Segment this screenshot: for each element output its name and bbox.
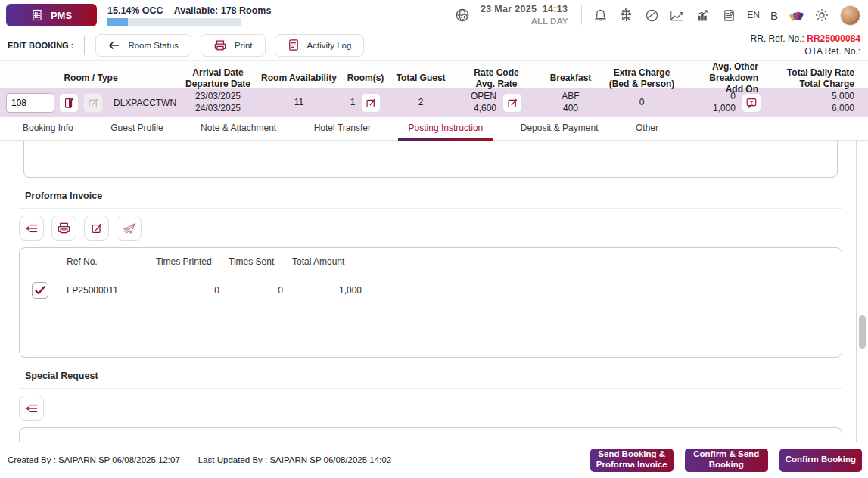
- proforma-ref-no: FP25000011: [67, 285, 147, 296]
- tab-guest-profile[interactable]: Guest Profile: [110, 123, 163, 140]
- proforma-times-sent: 0: [229, 285, 283, 296]
- bar-chart-icon[interactable]: [695, 8, 711, 23]
- print-button[interactable]: Print: [201, 34, 266, 57]
- proforma-edit-icon-button[interactable]: [84, 216, 109, 241]
- reference-numbers: RR. Ref. No.: RR25000084 OTA Ref. No.:: [751, 33, 860, 57]
- back-arrow-icon: [108, 40, 120, 51]
- edit-rooms-icon-button[interactable]: [361, 93, 381, 113]
- occupancy-progress-bar: [107, 18, 241, 26]
- stay-dates: 23/03/202524/03/2025: [182, 91, 254, 114]
- top-header: PMS 15.14% OCC Available: 178 Rooms 23 M…: [0, 0, 868, 30]
- ai-network-icon[interactable]: [618, 8, 633, 23]
- room-status-button[interactable]: Room Status: [95, 34, 191, 57]
- booking-tabs: Booking Info Guest Profile Note & Attach…: [0, 117, 868, 141]
- breakfast-value: ABF400: [539, 91, 602, 114]
- edit-rate-icon-button[interactable]: [502, 93, 522, 113]
- tab-booking-info[interactable]: Booking Info: [23, 123, 73, 140]
- proforma-print-icon-button[interactable]: [51, 216, 76, 241]
- edit-booking-toolbar: EDIT BOOKING : Room Status Print Activit…: [0, 30, 868, 61]
- booking-row: DLXPACCTWN 23/03/202524/03/2025 11 1 2 O…: [0, 88, 868, 117]
- user-avatar[interactable]: [840, 5, 860, 26]
- tab-hotel-transfer[interactable]: Hotel Transfer: [314, 123, 371, 140]
- edit-booking-label: EDIT BOOKING :: [8, 41, 73, 50]
- proforma-action-bar: [19, 216, 842, 241]
- occupancy-percent: 15.14% OCC: [107, 5, 163, 16]
- last-updated-text: Last Updated By : SAIPARN SP 06/08/2025 …: [198, 455, 391, 464]
- edit-room-icon-button-disabled: [83, 93, 103, 113]
- proforma-send-icon-button[interactable]: [117, 216, 142, 241]
- room-availability-value: 11: [254, 97, 344, 109]
- avg-other-breakdown-values: 01,000: [713, 91, 736, 114]
- report-icon[interactable]: [721, 8, 736, 23]
- proforma-total-amount: 1,000: [292, 285, 362, 296]
- ota-ref-label: OTA Ref. No.:: [751, 45, 860, 57]
- total-guest-value: 2: [387, 97, 454, 109]
- language-selector[interactable]: EN: [747, 10, 760, 20]
- header-divider: [581, 5, 582, 25]
- room-number-input[interactable]: [6, 93, 54, 113]
- special-request-table: Transaction Remark: [19, 427, 842, 442]
- line-chart-icon[interactable]: [670, 8, 685, 23]
- activity-log-icon: [288, 39, 300, 51]
- proforma-row-checkbox[interactable]: [32, 282, 48, 299]
- col-ref-no: Ref No.: [67, 256, 147, 267]
- tab-posting-instruction[interactable]: Posting Instruction: [409, 123, 484, 140]
- proforma-list-icon-button[interactable]: [19, 216, 44, 241]
- globe-icon[interactable]: [455, 8, 470, 23]
- datetime-display: 23 Mar 2025 14:13 ALL DAY: [481, 4, 568, 26]
- settings-gear-icon[interactable]: [814, 8, 829, 23]
- created-by-text: Created By : SAIPARN SP 06/08/2025 12:07: [8, 455, 180, 464]
- total-rate-values: 5,0006,000: [772, 91, 868, 114]
- all-day-label: ALL DAY: [481, 16, 568, 26]
- section-divider: [19, 208, 842, 209]
- scrollbar-thumb[interactable]: [859, 315, 866, 349]
- vertical-scrollbar[interactable]: [857, 141, 868, 442]
- proforma-row: FP25000011 0 0 1,000: [20, 275, 842, 306]
- special-request-title: Special Request: [25, 371, 842, 381]
- activity-log-button[interactable]: Activity Log: [275, 34, 365, 57]
- special-request-action-bar: [19, 396, 842, 421]
- proforma-invoice-title: Proforma Invoice: [25, 191, 842, 201]
- confirm-booking-button[interactable]: Confirm Booking: [779, 449, 862, 472]
- proforma-times-printed: 0: [156, 285, 219, 296]
- theme-palette-icon[interactable]: [789, 8, 804, 23]
- breakdown-comment-icon-button[interactable]: [742, 93, 761, 113]
- col-times-sent: Times Sent: [229, 256, 283, 267]
- room-type-label: DLXPACCTWN: [114, 98, 176, 108]
- send-booking-proforma-button[interactable]: Send Booking & Proforma Invoice: [590, 449, 674, 472]
- booking-table-header: Room / Type Arrival DateDeparture Date R…: [0, 61, 868, 88]
- tab-deposit-payment[interactable]: Deposit & Payment: [521, 123, 599, 140]
- rr-ref-label: RR. Ref. No.:: [751, 33, 804, 44]
- rate-code-and-rate: OPEN4,600: [471, 91, 496, 114]
- rr-ref-value: RR25000084: [807, 33, 860, 44]
- tab-other[interactable]: Other: [636, 123, 658, 140]
- bold-toggle[interactable]: B: [770, 9, 778, 22]
- toolbar-divider: [84, 36, 85, 55]
- confirm-send-booking-button[interactable]: Confirm & Send Booking: [685, 449, 768, 472]
- tab-note-attachment[interactable]: Note & Attachment: [201, 123, 276, 140]
- gauge-icon[interactable]: [644, 8, 659, 23]
- proforma-table-header: Ref No. Times Printed Times Sent Total A…: [20, 248, 842, 275]
- available-rooms: Available: 178 Rooms: [174, 5, 272, 16]
- footer-bar: Created By : SAIPARN SP 06/08/2025 12:07…: [0, 442, 868, 477]
- special-request-list-icon-button[interactable]: [19, 396, 44, 421]
- col-total-amount: Total Amount: [292, 256, 362, 267]
- col-times-printed: Times Printed: [156, 256, 219, 267]
- extra-charge-value: 0: [602, 97, 681, 109]
- proforma-invoice-table: Ref No. Times Printed Times Sent Total A…: [19, 247, 842, 358]
- pms-logo-button[interactable]: PMS: [6, 4, 97, 26]
- printer-icon: [213, 39, 227, 51]
- notifications-bell-icon[interactable]: [593, 8, 608, 23]
- pms-logo-label: PMS: [51, 10, 72, 21]
- tab-content-area: Proforma Invoice Ref No. Times Printed T…: [0, 141, 868, 442]
- building-icon: [31, 9, 43, 21]
- assign-room-icon-button[interactable]: [59, 93, 79, 113]
- rooms-count: 1: [350, 97, 356, 109]
- special-request-table-header: Transaction Remark: [20, 434, 842, 442]
- scrolled-panel-partial: [23, 141, 838, 178]
- section-divider: [19, 388, 842, 389]
- occupancy-block: 15.14% OCC Available: 178 Rooms: [107, 5, 271, 26]
